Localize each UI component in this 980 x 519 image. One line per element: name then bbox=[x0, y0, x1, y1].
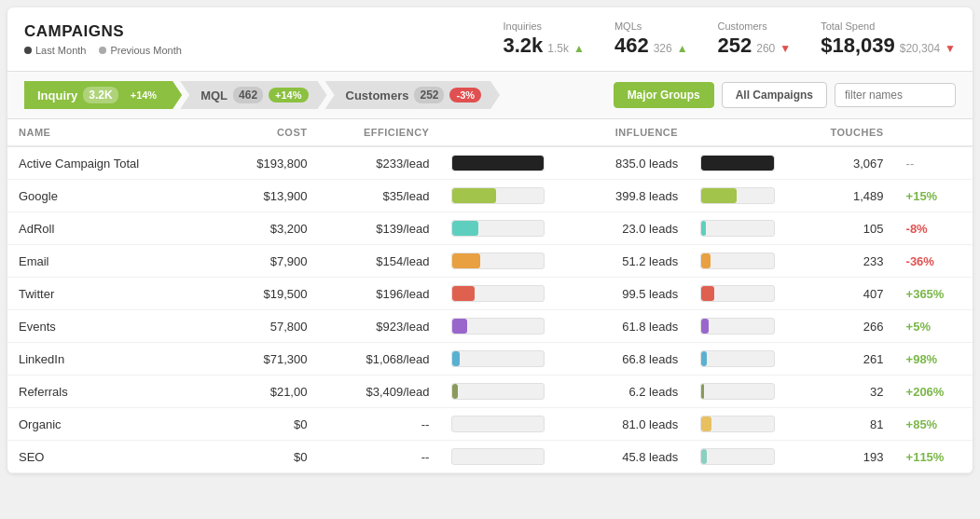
col-change bbox=[895, 119, 973, 146]
row-touches: 3,067 bbox=[805, 146, 895, 180]
col-efficiency: EFFICIENCY bbox=[318, 119, 440, 146]
row-change: +365% bbox=[895, 278, 973, 310]
spend-arrow: ▼ bbox=[945, 42, 956, 55]
row-cost: $71,300 bbox=[207, 343, 318, 376]
step-customers-label: Customers bbox=[346, 89, 409, 102]
table-area: NAME COST EFFICIENCY INFLUENCE TOUCHES A… bbox=[7, 119, 973, 473]
row-influence: 61.8 leads bbox=[578, 310, 689, 343]
row-influence: 81.0 leads bbox=[578, 408, 689, 441]
row-cost: $21,00 bbox=[207, 376, 318, 408]
row-name: AdRoll bbox=[7, 212, 207, 245]
row-influence: 399.8 leads bbox=[578, 180, 689, 212]
col-touches: TOUCHES bbox=[805, 119, 895, 146]
row-touches: 261 bbox=[805, 343, 895, 376]
row-efficiency-bar bbox=[440, 146, 578, 180]
filter-input[interactable] bbox=[835, 83, 956, 107]
row-influence-bar bbox=[689, 212, 805, 245]
mqls-arrow: ▲ bbox=[677, 42, 688, 55]
prev-month-label: Previous Month bbox=[110, 45, 181, 56]
row-influence-bar bbox=[689, 310, 805, 343]
table-row: AdRoll $3,200 $139/lead 23.0 leads 105 -… bbox=[7, 212, 973, 245]
row-influence: 6.2 leads bbox=[578, 376, 689, 408]
row-name: SEO bbox=[7, 441, 207, 473]
row-change: -36% bbox=[895, 245, 973, 278]
row-name: Referrals bbox=[7, 376, 207, 408]
last-month-label: Last Month bbox=[35, 45, 86, 56]
all-campaigns-button[interactable]: All Campaigns bbox=[722, 82, 827, 108]
row-change: -- bbox=[895, 146, 973, 180]
row-cost: $0 bbox=[207, 441, 318, 473]
table-row: LinkedIn $71,300 $1,068/lead 66.8 leads … bbox=[7, 343, 973, 376]
table-row: Google $13,900 $35/lead 399.8 leads 1,48… bbox=[7, 180, 973, 212]
stat-customers: Customers 252 260 ▼ bbox=[718, 20, 792, 58]
row-touches: 266 bbox=[805, 310, 895, 343]
row-change: +85% bbox=[895, 408, 973, 441]
row-efficiency-bar bbox=[440, 180, 578, 212]
col-efficiency-bar bbox=[440, 119, 578, 146]
row-efficiency-bar bbox=[440, 408, 578, 441]
row-influence-bar bbox=[689, 376, 805, 408]
row-name: LinkedIn bbox=[7, 343, 207, 376]
group-area: Major Groups All Campaigns bbox=[614, 82, 956, 108]
row-influence-bar bbox=[689, 343, 805, 376]
row-influence-bar bbox=[689, 245, 805, 278]
row-efficiency-bar bbox=[440, 245, 578, 278]
row-efficiency: $1,068/lead bbox=[318, 343, 440, 376]
row-change: +5% bbox=[895, 310, 973, 343]
step-mql-badge: +14% bbox=[269, 88, 308, 102]
stat-inquiries: Inquiries 3.2k 1.5k ▲ bbox=[504, 20, 585, 58]
filter-bar: Inquiry 3.2K +14% MQL 462 +14% Customers… bbox=[7, 72, 973, 119]
row-cost: $13,900 bbox=[207, 180, 318, 212]
row-efficiency: $139/lead bbox=[318, 212, 440, 245]
row-influence-bar bbox=[689, 441, 805, 473]
page-title: CAMPAIGNS bbox=[24, 22, 182, 41]
stat-mqls: MQLs 462 326 ▲ bbox=[614, 20, 688, 58]
row-touches: 1,489 bbox=[805, 180, 895, 212]
step-customers[interactable]: Customers 252 -3% bbox=[325, 81, 501, 109]
inquiries-arrow: ▲ bbox=[573, 42, 585, 55]
row-name: Google bbox=[7, 180, 207, 212]
step-customers-badge: -3% bbox=[449, 88, 481, 102]
row-touches: 233 bbox=[805, 245, 895, 278]
row-efficiency-bar bbox=[440, 278, 578, 310]
row-efficiency-bar bbox=[440, 343, 578, 376]
step-inquiry-badge: +14% bbox=[124, 88, 163, 102]
row-touches: 32 bbox=[805, 376, 895, 408]
table-row: Organic $0 -- 81.0 leads 81 +85% bbox=[7, 408, 973, 441]
row-name: Twitter bbox=[7, 278, 207, 310]
major-groups-button[interactable]: Major Groups bbox=[614, 82, 714, 108]
row-influence-bar bbox=[689, 408, 805, 441]
row-cost: $0 bbox=[207, 408, 318, 441]
table-row: Twitter $19,500 $196/lead 99.5 leads 407… bbox=[7, 278, 973, 310]
row-influence: 23.0 leads bbox=[578, 212, 689, 245]
col-cost: COST bbox=[207, 119, 318, 146]
table-row: Active Campaign Total $193,800 $233/lead… bbox=[7, 146, 973, 180]
table-row: Email $7,900 $154/lead 51.2 leads 233 -3… bbox=[7, 245, 973, 278]
last-month-dot bbox=[24, 47, 32, 54]
row-influence-bar bbox=[689, 278, 805, 310]
col-influence: INFLUENCE bbox=[578, 119, 689, 146]
row-cost: $3,200 bbox=[207, 212, 318, 245]
row-name: Events bbox=[7, 310, 207, 343]
row-influence-bar bbox=[689, 146, 805, 180]
row-cost: 57,800 bbox=[207, 310, 318, 343]
row-change: +15% bbox=[895, 180, 973, 212]
col-influence-bar bbox=[689, 119, 805, 146]
table-row: Referrals $21,00 $3,409/lead 6.2 leads 3… bbox=[7, 376, 973, 408]
step-inquiry[interactable]: Inquiry 3.2K +14% bbox=[24, 81, 182, 109]
table-row: SEO $0 -- 45.8 leads 193 +115% bbox=[7, 441, 973, 473]
row-efficiency: -- bbox=[318, 441, 440, 473]
row-efficiency: $35/lead bbox=[318, 180, 440, 212]
row-touches: 81 bbox=[805, 408, 895, 441]
step-mql[interactable]: MQL 462 +14% bbox=[180, 81, 326, 109]
row-efficiency-bar bbox=[440, 441, 578, 473]
row-efficiency-bar bbox=[440, 212, 578, 245]
customers-arrow: ▼ bbox=[780, 42, 791, 55]
row-touches: 105 bbox=[805, 212, 895, 245]
row-efficiency: $3,409/lead bbox=[318, 376, 440, 408]
row-change: +206% bbox=[895, 376, 973, 408]
row-influence: 66.8 leads bbox=[578, 343, 689, 376]
step-inquiry-label: Inquiry bbox=[37, 89, 77, 102]
row-change: +98% bbox=[895, 343, 973, 376]
row-efficiency: $196/lead bbox=[318, 278, 440, 310]
